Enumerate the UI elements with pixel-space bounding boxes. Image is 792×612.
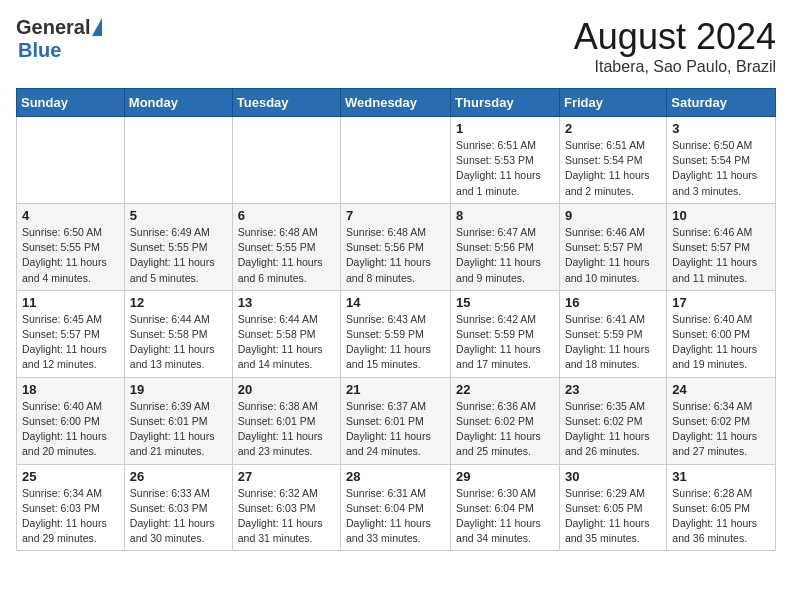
calendar-week-4: 18Sunrise: 6:40 AM Sunset: 6:00 PM Dayli…: [17, 377, 776, 464]
day-info: Sunrise: 6:34 AM Sunset: 6:02 PM Dayligh…: [672, 399, 770, 460]
calendar-title: August 2024: [574, 16, 776, 58]
day-number: 7: [346, 208, 445, 223]
day-info: Sunrise: 6:48 AM Sunset: 5:56 PM Dayligh…: [346, 225, 445, 286]
calendar-cell: [341, 117, 451, 204]
calendar-cell: [124, 117, 232, 204]
day-number: 29: [456, 469, 554, 484]
calendar-cell: 15Sunrise: 6:42 AM Sunset: 5:59 PM Dayli…: [451, 290, 560, 377]
days-of-week-row: SundayMondayTuesdayWednesdayThursdayFrid…: [17, 89, 776, 117]
day-header-saturday: Saturday: [667, 89, 776, 117]
logo-general: General: [16, 16, 90, 39]
day-info: Sunrise: 6:45 AM Sunset: 5:57 PM Dayligh…: [22, 312, 119, 373]
day-number: 27: [238, 469, 335, 484]
day-info: Sunrise: 6:33 AM Sunset: 6:03 PM Dayligh…: [130, 486, 227, 547]
day-number: 8: [456, 208, 554, 223]
calendar-week-3: 11Sunrise: 6:45 AM Sunset: 5:57 PM Dayli…: [17, 290, 776, 377]
day-number: 20: [238, 382, 335, 397]
logo-triangle-icon: [92, 18, 102, 36]
day-info: Sunrise: 6:32 AM Sunset: 6:03 PM Dayligh…: [238, 486, 335, 547]
day-number: 6: [238, 208, 335, 223]
logo: General Blue: [16, 16, 102, 62]
calendar-cell: 30Sunrise: 6:29 AM Sunset: 6:05 PM Dayli…: [559, 464, 666, 551]
calendar-cell: 4Sunrise: 6:50 AM Sunset: 5:55 PM Daylig…: [17, 203, 125, 290]
day-info: Sunrise: 6:50 AM Sunset: 5:55 PM Dayligh…: [22, 225, 119, 286]
calendar-cell: 23Sunrise: 6:35 AM Sunset: 6:02 PM Dayli…: [559, 377, 666, 464]
day-info: Sunrise: 6:35 AM Sunset: 6:02 PM Dayligh…: [565, 399, 661, 460]
day-info: Sunrise: 6:31 AM Sunset: 6:04 PM Dayligh…: [346, 486, 445, 547]
day-number: 14: [346, 295, 445, 310]
day-header-sunday: Sunday: [17, 89, 125, 117]
day-info: Sunrise: 6:40 AM Sunset: 6:00 PM Dayligh…: [22, 399, 119, 460]
calendar-week-5: 25Sunrise: 6:34 AM Sunset: 6:03 PM Dayli…: [17, 464, 776, 551]
day-info: Sunrise: 6:46 AM Sunset: 5:57 PM Dayligh…: [672, 225, 770, 286]
day-info: Sunrise: 6:39 AM Sunset: 6:01 PM Dayligh…: [130, 399, 227, 460]
calendar-cell: 24Sunrise: 6:34 AM Sunset: 6:02 PM Dayli…: [667, 377, 776, 464]
day-number: 16: [565, 295, 661, 310]
day-number: 30: [565, 469, 661, 484]
day-info: Sunrise: 6:34 AM Sunset: 6:03 PM Dayligh…: [22, 486, 119, 547]
day-header-friday: Friday: [559, 89, 666, 117]
calendar-cell: 16Sunrise: 6:41 AM Sunset: 5:59 PM Dayli…: [559, 290, 666, 377]
calendar-cell: 6Sunrise: 6:48 AM Sunset: 5:55 PM Daylig…: [232, 203, 340, 290]
day-info: Sunrise: 6:49 AM Sunset: 5:55 PM Dayligh…: [130, 225, 227, 286]
day-number: 19: [130, 382, 227, 397]
day-info: Sunrise: 6:38 AM Sunset: 6:01 PM Dayligh…: [238, 399, 335, 460]
day-info: Sunrise: 6:44 AM Sunset: 5:58 PM Dayligh…: [130, 312, 227, 373]
day-number: 11: [22, 295, 119, 310]
day-number: 26: [130, 469, 227, 484]
calendar-cell: 18Sunrise: 6:40 AM Sunset: 6:00 PM Dayli…: [17, 377, 125, 464]
calendar-cell: 12Sunrise: 6:44 AM Sunset: 5:58 PM Dayli…: [124, 290, 232, 377]
calendar-week-1: 1Sunrise: 6:51 AM Sunset: 5:53 PM Daylig…: [17, 117, 776, 204]
calendar-cell: 21Sunrise: 6:37 AM Sunset: 6:01 PM Dayli…: [341, 377, 451, 464]
calendar-cell: 2Sunrise: 6:51 AM Sunset: 5:54 PM Daylig…: [559, 117, 666, 204]
day-number: 21: [346, 382, 445, 397]
day-number: 1: [456, 121, 554, 136]
day-header-tuesday: Tuesday: [232, 89, 340, 117]
day-info: Sunrise: 6:51 AM Sunset: 5:53 PM Dayligh…: [456, 138, 554, 199]
calendar-cell: 28Sunrise: 6:31 AM Sunset: 6:04 PM Dayli…: [341, 464, 451, 551]
day-number: 12: [130, 295, 227, 310]
day-info: Sunrise: 6:48 AM Sunset: 5:55 PM Dayligh…: [238, 225, 335, 286]
calendar-cell: 17Sunrise: 6:40 AM Sunset: 6:00 PM Dayli…: [667, 290, 776, 377]
day-number: 4: [22, 208, 119, 223]
day-number: 15: [456, 295, 554, 310]
calendar-cell: 9Sunrise: 6:46 AM Sunset: 5:57 PM Daylig…: [559, 203, 666, 290]
day-number: 25: [22, 469, 119, 484]
day-info: Sunrise: 6:40 AM Sunset: 6:00 PM Dayligh…: [672, 312, 770, 373]
title-block: August 2024 Itabera, Sao Paulo, Brazil: [574, 16, 776, 76]
calendar-cell: 7Sunrise: 6:48 AM Sunset: 5:56 PM Daylig…: [341, 203, 451, 290]
day-number: 3: [672, 121, 770, 136]
day-number: 17: [672, 295, 770, 310]
calendar-cell: 27Sunrise: 6:32 AM Sunset: 6:03 PM Dayli…: [232, 464, 340, 551]
calendar-cell: 10Sunrise: 6:46 AM Sunset: 5:57 PM Dayli…: [667, 203, 776, 290]
day-info: Sunrise: 6:30 AM Sunset: 6:04 PM Dayligh…: [456, 486, 554, 547]
day-header-thursday: Thursday: [451, 89, 560, 117]
calendar-cell: 11Sunrise: 6:45 AM Sunset: 5:57 PM Dayli…: [17, 290, 125, 377]
calendar-cell: 3Sunrise: 6:50 AM Sunset: 5:54 PM Daylig…: [667, 117, 776, 204]
calendar-cell: [17, 117, 125, 204]
day-info: Sunrise: 6:47 AM Sunset: 5:56 PM Dayligh…: [456, 225, 554, 286]
calendar-cell: 25Sunrise: 6:34 AM Sunset: 6:03 PM Dayli…: [17, 464, 125, 551]
calendar-cell: 26Sunrise: 6:33 AM Sunset: 6:03 PM Dayli…: [124, 464, 232, 551]
day-info: Sunrise: 6:36 AM Sunset: 6:02 PM Dayligh…: [456, 399, 554, 460]
calendar-cell: 8Sunrise: 6:47 AM Sunset: 5:56 PM Daylig…: [451, 203, 560, 290]
day-info: Sunrise: 6:43 AM Sunset: 5:59 PM Dayligh…: [346, 312, 445, 373]
calendar-header: SundayMondayTuesdayWednesdayThursdayFrid…: [17, 89, 776, 117]
day-info: Sunrise: 6:44 AM Sunset: 5:58 PM Dayligh…: [238, 312, 335, 373]
page-header: General Blue August 2024 Itabera, Sao Pa…: [16, 16, 776, 76]
day-number: 31: [672, 469, 770, 484]
day-info: Sunrise: 6:41 AM Sunset: 5:59 PM Dayligh…: [565, 312, 661, 373]
day-info: Sunrise: 6:51 AM Sunset: 5:54 PM Dayligh…: [565, 138, 661, 199]
calendar-body: 1Sunrise: 6:51 AM Sunset: 5:53 PM Daylig…: [17, 117, 776, 551]
day-number: 24: [672, 382, 770, 397]
day-info: Sunrise: 6:29 AM Sunset: 6:05 PM Dayligh…: [565, 486, 661, 547]
calendar-cell: 31Sunrise: 6:28 AM Sunset: 6:05 PM Dayli…: [667, 464, 776, 551]
calendar-cell: 5Sunrise: 6:49 AM Sunset: 5:55 PM Daylig…: [124, 203, 232, 290]
day-number: 9: [565, 208, 661, 223]
day-header-monday: Monday: [124, 89, 232, 117]
day-number: 5: [130, 208, 227, 223]
calendar-cell: 14Sunrise: 6:43 AM Sunset: 5:59 PM Dayli…: [341, 290, 451, 377]
day-number: 18: [22, 382, 119, 397]
day-number: 10: [672, 208, 770, 223]
day-header-wednesday: Wednesday: [341, 89, 451, 117]
